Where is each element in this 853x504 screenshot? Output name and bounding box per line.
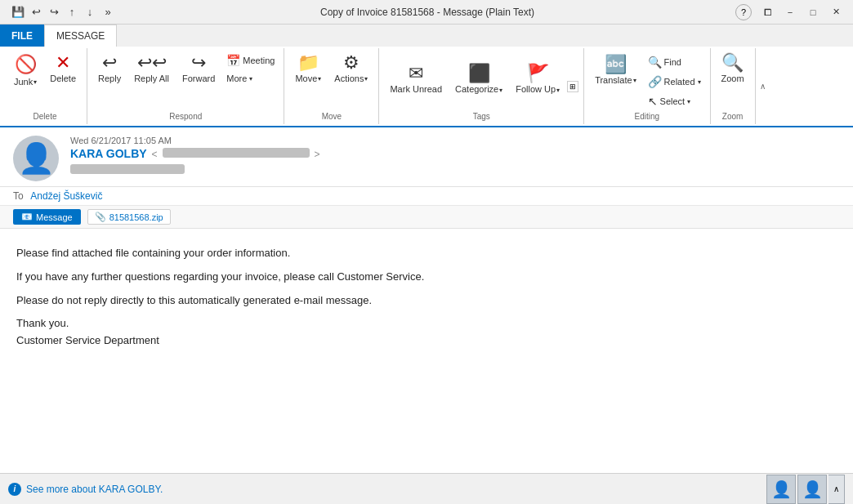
save-button[interactable]: 💾 bbox=[10, 4, 26, 20]
next-button[interactable]: ↓ bbox=[82, 4, 98, 20]
categorize-button[interactable]: ⬛ Categorize ▾ bbox=[449, 60, 508, 99]
tab-file[interactable]: FILE bbox=[0, 25, 44, 47]
reply-button[interactable]: ↩ Reply bbox=[92, 50, 127, 88]
status-avatar-1[interactable]: 👤 bbox=[766, 475, 796, 504]
ribbon-group-editing: 🔤 Translate ▾ 🔍 Find 🔗 Related ▾ ↖ bbox=[584, 48, 710, 124]
avatar-icon: 👤 bbox=[18, 141, 55, 176]
more-respond-label: More bbox=[226, 74, 247, 83]
message-tab-label: Message bbox=[36, 212, 73, 222]
message-to-row: To Andžej Šuškevič bbox=[0, 187, 853, 206]
help-button[interactable]: ? bbox=[735, 4, 752, 20]
translate-label: Translate bbox=[595, 75, 632, 86]
ribbon-tabs: FILE MESSAGE bbox=[0, 25, 853, 47]
junk-button[interactable]: 🚫 Junk ▾ bbox=[8, 50, 42, 91]
reply-all-label: Reply All bbox=[134, 74, 169, 84]
message-date: Wed 6/21/2017 11:05 AM bbox=[70, 136, 840, 145]
attachment-file[interactable]: 📎 81581568.zip bbox=[87, 209, 171, 225]
actions-label: Actions bbox=[334, 74, 364, 84]
zoom-group-label: Zoom bbox=[716, 110, 750, 123]
meeting-icon: 📅 bbox=[226, 54, 240, 67]
status-avatar-2[interactable]: 👤 bbox=[797, 475, 827, 504]
find-icon: 🔍 bbox=[648, 56, 662, 69]
meeting-label: Meeting bbox=[243, 56, 275, 65]
message-tab-icon: 📧 bbox=[21, 212, 33, 222]
message-body: Please find attached file containing you… bbox=[0, 229, 853, 473]
delete-icon: ✕ bbox=[56, 54, 70, 72]
ribbon-scroll-button[interactable]: ∧ bbox=[755, 48, 770, 124]
sender-name[interactable]: KARA GOLBY bbox=[70, 147, 147, 160]
categorize-icon: ⬛ bbox=[468, 65, 490, 83]
quick-access-toolbar: 💾 ↩ ↪ ↑ ↓ » bbox=[7, 2, 119, 22]
attachment-icon: 📎 bbox=[95, 212, 106, 222]
reply-icon: ↩ bbox=[102, 54, 117, 72]
window-controls: ? ⧠ − □ ✕ bbox=[735, 4, 846, 20]
status-bar: i See more about KARA GOLBY. 👤 👤 ∧ bbox=[0, 473, 853, 504]
actions-icon: ⚙ bbox=[343, 54, 360, 72]
minimize-button[interactable]: − bbox=[779, 4, 801, 20]
reply-all-button[interactable]: ↩↩ Reply All bbox=[128, 50, 175, 88]
reply-all-icon: ↩↩ bbox=[137, 54, 167, 72]
tags-group-label: Tags bbox=[384, 110, 578, 123]
find-label: Find bbox=[664, 57, 681, 67]
body-line-3: Please do not reply directly to this aut… bbox=[16, 292, 837, 310]
delete-buttons: 🚫 Junk ▾ ✕ Delete bbox=[8, 50, 82, 110]
message-tab[interactable]: 📧 Message bbox=[13, 209, 81, 225]
maximize-button[interactable]: □ bbox=[802, 4, 824, 20]
ribbon-group-respond: ↩ Reply ↩↩ Reply All ↪ Forward 📅 Meeting… bbox=[87, 48, 284, 124]
avatar: 👤 bbox=[13, 136, 59, 181]
select-arrow-icon: ▾ bbox=[687, 98, 690, 105]
related-button[interactable]: 🔗 Related ▾ bbox=[644, 73, 705, 91]
message-header: 👤 Wed 6/21/2017 11:05 AM KARA GOLBY < > bbox=[0, 127, 853, 187]
redo-button[interactable]: ↪ bbox=[46, 4, 62, 20]
status-info-text: See more about KARA GOLBY. bbox=[26, 484, 163, 495]
message-area: 👤 Wed 6/21/2017 11:05 AM KARA GOLBY < > … bbox=[0, 127, 853, 473]
respond-buttons: ↩ Reply ↩↩ Reply All ↪ Forward 📅 Meeting… bbox=[92, 50, 279, 110]
zoom-icon: 🔍 bbox=[721, 54, 744, 72]
select-button[interactable]: ↖ Select ▾ bbox=[644, 92, 705, 110]
followup-icon: 🚩 bbox=[527, 65, 549, 83]
more-respond-button[interactable]: More ▾ bbox=[222, 71, 279, 86]
meeting-button[interactable]: 📅 Meeting bbox=[222, 51, 279, 69]
ribbon-group-tags: ✉ Mark Unread ⬛ Categorize ▾ 🚩 Follow Up… bbox=[379, 48, 584, 124]
mark-unread-button[interactable]: ✉ Mark Unread bbox=[384, 60, 448, 99]
actions-button[interactable]: ⚙ Actions ▾ bbox=[328, 50, 373, 88]
categorize-label: Categorize bbox=[455, 84, 498, 95]
related-label: Related bbox=[664, 77, 695, 87]
restore-button[interactable]: ⧠ bbox=[757, 4, 778, 20]
previous-button[interactable]: ↑ bbox=[64, 4, 80, 20]
zoom-button[interactable]: 🔍 Zoom bbox=[716, 50, 750, 88]
body-line-4: Thank you.Customer Service Department bbox=[16, 315, 837, 350]
status-avatars: 👤 👤 ∧ bbox=[766, 475, 845, 504]
followup-button[interactable]: 🚩 Follow Up ▾ bbox=[510, 60, 565, 99]
undo-button[interactable]: ↩ bbox=[28, 4, 44, 20]
forward-label: Forward bbox=[182, 74, 215, 84]
move-buttons: 📁 Move ▾ ⚙ Actions ▾ bbox=[289, 50, 373, 110]
close-button[interactable]: ✕ bbox=[825, 4, 846, 20]
ribbon: 🚫 Junk ▾ ✕ Delete Delete ↩ Reply ↩↩ Repl… bbox=[0, 47, 853, 127]
forward-button[interactable]: ↪ Forward bbox=[176, 50, 221, 88]
attachment-name: 81581568.zip bbox=[109, 212, 163, 222]
ribbon-group-zoom: 🔍 Zoom Zoom bbox=[711, 48, 755, 124]
tab-message[interactable]: MESSAGE bbox=[44, 25, 117, 47]
tags-buttons: ✉ Mark Unread ⬛ Categorize ▾ 🚩 Follow Up… bbox=[384, 50, 578, 110]
body-line-2: If you have any further questions regard… bbox=[16, 269, 837, 286]
recipient-name[interactable]: Andžej Šuškevič bbox=[30, 190, 102, 202]
sender-email-blurred bbox=[163, 148, 310, 158]
move-button[interactable]: 📁 Move ▾ bbox=[289, 50, 327, 88]
zoom-label: Zoom bbox=[721, 74, 744, 84]
more-qat-button[interactable]: » bbox=[100, 4, 116, 20]
delete-label: Delete bbox=[50, 74, 76, 84]
delete-button[interactable]: ✕ Delete bbox=[44, 50, 82, 88]
find-button[interactable]: 🔍 Find bbox=[644, 53, 705, 71]
respond-group-label: Respond bbox=[92, 110, 279, 123]
delete-group-label: Delete bbox=[8, 110, 82, 123]
status-collapse-button[interactable]: ∧ bbox=[828, 475, 845, 504]
reply-label: Reply bbox=[98, 74, 121, 84]
tags-expand-button[interactable]: ⊞ bbox=[567, 81, 578, 92]
see-more-button[interactable]: i See more about KARA GOLBY. bbox=[8, 483, 163, 496]
message-meta: Wed 6/21/2017 11:05 AM KARA GOLBY < > bbox=[70, 136, 840, 181]
translate-button[interactable]: 🔤 Translate ▾ bbox=[589, 51, 641, 110]
junk-arrow-icon: ▾ bbox=[33, 78, 37, 86]
body-line-1: Please find attached file containing you… bbox=[16, 245, 837, 262]
move-group-label: Move bbox=[289, 110, 373, 123]
